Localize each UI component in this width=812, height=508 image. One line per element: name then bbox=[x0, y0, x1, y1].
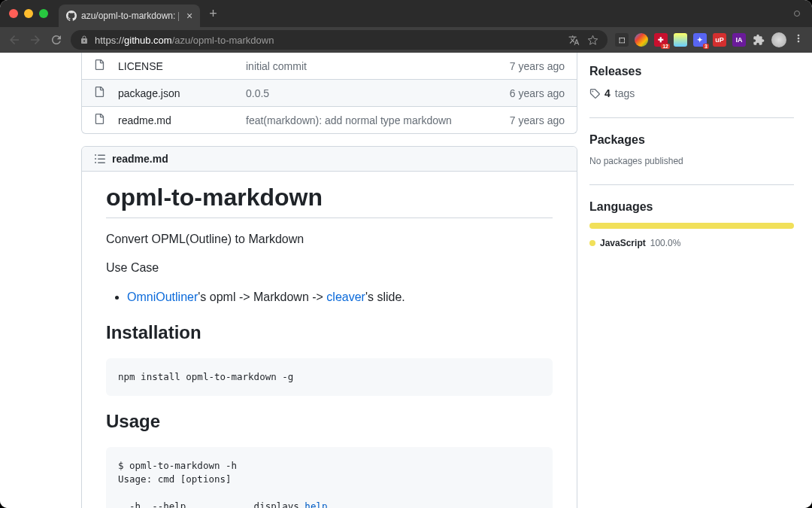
profile-avatar[interactable] bbox=[771, 32, 786, 47]
releases-section: Releases 4 tags bbox=[589, 65, 794, 99]
readme-intro: Convert OPML(Outline) to Markdown bbox=[106, 230, 553, 248]
language-item[interactable]: JavaScript 100.0% bbox=[589, 238, 794, 248]
window-maximize-button[interactable] bbox=[39, 9, 48, 18]
file-row[interactable]: package.json0.0.56 years ago bbox=[82, 79, 577, 106]
back-button[interactable] bbox=[8, 33, 21, 47]
usage-codeblock-1: $ opml-to-markdown -h Usage: cmd [option… bbox=[106, 447, 553, 508]
languages-heading: Languages bbox=[589, 200, 794, 214]
ext-icon-6[interactable]: uP bbox=[713, 33, 726, 47]
file-commit-message[interactable]: 0.0.5 bbox=[246, 87, 510, 99]
sidebar: Releases 4 tags Packages No packages pub… bbox=[589, 53, 812, 508]
tab-title: azu/opml-to-markdown: [node bbox=[81, 11, 179, 21]
toolbar: https://github.com/azu/opml-to-markdown … bbox=[0, 27, 812, 53]
omnioutliner-link[interactable]: OmniOutliner bbox=[127, 291, 198, 303]
readme-body: opml-to-markdown Convert OPML(Outline) t… bbox=[82, 172, 577, 508]
readme-box: readme.md opml-to-markdown Convert OPML(… bbox=[81, 146, 577, 508]
github-icon bbox=[66, 11, 77, 21]
ext-icon-1[interactable]: ⬚ bbox=[615, 33, 629, 47]
readme-header: readme.md bbox=[82, 147, 577, 172]
tab-close-icon[interactable]: × bbox=[186, 10, 192, 22]
readme-filename: readme.md bbox=[112, 153, 168, 165]
file-name[interactable]: LICENSE bbox=[118, 60, 246, 72]
file-icon bbox=[94, 86, 106, 100]
file-name[interactable]: readme.md bbox=[118, 114, 246, 126]
browser-tab[interactable]: azu/opml-to-markdown: [node × bbox=[59, 5, 200, 27]
ext-icon-4[interactable] bbox=[674, 33, 687, 47]
file-commit-message[interactable]: initial commit bbox=[246, 60, 510, 72]
tab-overflow-icon[interactable] bbox=[794, 11, 800, 17]
packages-section: Packages No packages published bbox=[589, 133, 794, 166]
new-tab-button[interactable]: + bbox=[209, 6, 217, 22]
translate-icon[interactable] bbox=[568, 35, 580, 46]
browser-menu-button[interactable] bbox=[792, 32, 804, 47]
star-icon[interactable] bbox=[587, 35, 598, 46]
releases-heading[interactable]: Releases bbox=[589, 65, 794, 78]
packages-heading[interactable]: Packages bbox=[589, 133, 794, 147]
language-dot-icon bbox=[589, 240, 595, 246]
file-commit-message[interactable]: feat(markdown): add normal type markdown bbox=[246, 114, 510, 126]
usecase-item: OmniOutliner's opml -> Markdown -> cleav… bbox=[127, 287, 553, 307]
install-codeblock: npm install opml-to-markdown -g bbox=[106, 358, 553, 396]
languages-section: Languages JavaScript 100.0% bbox=[589, 200, 794, 248]
file-row[interactable]: readme.mdfeat(markdown): add normal type… bbox=[82, 106, 577, 133]
ext-icon-3[interactable]: ✚12 bbox=[654, 33, 668, 47]
releases-tags-link[interactable]: 4 tags bbox=[589, 87, 794, 99]
window-minimize-button[interactable] bbox=[24, 9, 33, 18]
language-bar[interactable] bbox=[589, 223, 794, 229]
file-icon bbox=[94, 113, 106, 127]
ext-icon-7[interactable]: IA bbox=[732, 33, 746, 47]
file-time: 6 years ago bbox=[510, 87, 565, 99]
file-time: 7 years ago bbox=[510, 114, 565, 126]
ext-icon-2[interactable] bbox=[635, 33, 648, 47]
forward-button[interactable] bbox=[29, 33, 42, 47]
url-text: https://github.com/azu/opml-to-markdown bbox=[95, 35, 562, 46]
main-column: LICENSEinitial commit7 years agopackage.… bbox=[0, 53, 589, 508]
ext-icon-5[interactable]: ✦3 bbox=[693, 33, 707, 47]
file-time: 7 years ago bbox=[510, 60, 565, 72]
reload-button[interactable] bbox=[50, 33, 63, 47]
file-list: LICENSEinitial commit7 years agopackage.… bbox=[81, 53, 577, 134]
window-close-button[interactable] bbox=[9, 9, 18, 18]
packages-text: No packages published bbox=[589, 156, 794, 166]
traffic-lights bbox=[9, 9, 48, 18]
usage-heading: Usage bbox=[106, 411, 553, 437]
lock-icon bbox=[80, 35, 89, 44]
list-icon bbox=[94, 153, 106, 165]
file-icon bbox=[94, 59, 106, 73]
file-row[interactable]: LICENSEinitial commit7 years ago bbox=[82, 53, 577, 79]
readme-title: opml-to-markdown bbox=[106, 184, 553, 218]
extensions-icon[interactable] bbox=[752, 33, 765, 47]
browser-window: azu/opml-to-markdown: [node × + https://… bbox=[0, 0, 812, 508]
cleaver-link[interactable]: cleaver bbox=[326, 291, 365, 303]
readme-usecase-label: Use Case bbox=[106, 259, 553, 277]
file-name[interactable]: package.json bbox=[118, 87, 246, 99]
extension-icons: ⬚ ✚12 ✦3 uP IA bbox=[615, 32, 804, 47]
installation-heading: Installation bbox=[106, 322, 553, 348]
title-bar: azu/opml-to-markdown: [node × + bbox=[0, 0, 812, 27]
page-content: LICENSEinitial commit7 years agopackage.… bbox=[0, 53, 812, 508]
url-bar[interactable]: https://github.com/azu/opml-to-markdown bbox=[71, 30, 607, 50]
tag-icon bbox=[589, 88, 600, 99]
